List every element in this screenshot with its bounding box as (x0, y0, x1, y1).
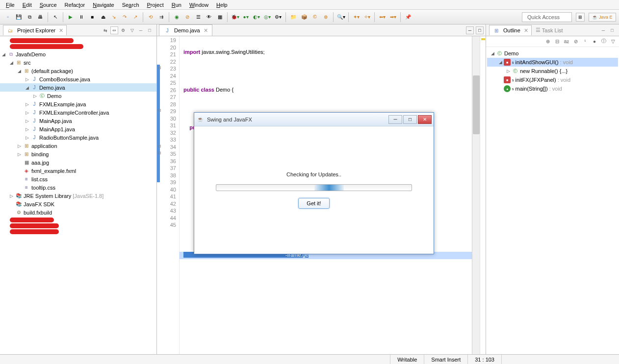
project-explorer-tab[interactable]: 🗂 Project Explorer ✕ (3, 25, 67, 35)
file-node[interactable]: MainApp.java (39, 118, 74, 124)
new-pkg-icon[interactable]: 📦 (299, 12, 309, 22)
file-node[interactable]: MainApp1.java (39, 126, 77, 132)
nav2-icon[interactable]: ✧▾ (362, 12, 372, 22)
resume-icon[interactable]: ▶ (66, 12, 76, 22)
outline-method[interactable]: initFX(JFXPanel) : void (516, 77, 571, 83)
dialog-titlebar[interactable]: ☕ Swing and JavaFX ─ □ ✕ (194, 113, 434, 126)
breakpoint-icon[interactable]: ◉ (172, 12, 181, 22)
jre-node[interactable]: JRE System Library [JavaSE-1.8] (24, 193, 105, 199)
file-demo-node[interactable]: Demo.java (39, 85, 67, 91)
hide-static-icon[interactable]: ˢ (581, 37, 589, 45)
menu-window[interactable]: Window (185, 1, 212, 9)
coverage-icon[interactable]: ◐▾ (252, 12, 261, 22)
link-editor-icon[interactable]: ⇔ (110, 26, 118, 34)
stop-icon[interactable]: ■ (87, 12, 97, 22)
menu-project[interactable]: Project (143, 1, 168, 9)
hide-local-icon[interactable]: ⓛ (600, 37, 608, 45)
outline-method[interactable]: main(String[]) : void (516, 86, 562, 92)
step-into-icon[interactable]: ↘ (109, 12, 119, 22)
close-tab-icon[interactable]: ✕ (524, 27, 528, 34)
file-node[interactable]: fxml_example.fxml (31, 168, 78, 174)
back-icon[interactable]: ⬅▾ (377, 12, 387, 22)
maximize-icon[interactable]: □ (608, 26, 616, 34)
file-node[interactable]: RadioButtonSample.java (39, 135, 101, 141)
view-menu-icon[interactable]: ▽ (128, 26, 136, 34)
save-icon[interactable]: 💾 (14, 12, 24, 22)
file-node[interactable]: FXMLExample.java (39, 101, 88, 107)
close-window-icon[interactable]: ✕ (418, 115, 432, 124)
hide-fields-icon[interactable]: ⊘ (572, 37, 580, 45)
run-icon[interactable]: ●▾ (241, 12, 251, 22)
toggle-icon[interactable]: ▦ (215, 12, 225, 22)
collapse-all-icon[interactable]: ⇆ (102, 26, 109, 34)
package-node[interactable]: application (31, 143, 59, 149)
focus-icon[interactable]: ⊕ (544, 37, 552, 45)
step-over-icon[interactable]: ↷ (120, 12, 129, 22)
class-node[interactable]: Demo (47, 93, 63, 99)
menu-search[interactable]: Search (118, 1, 143, 9)
tasklist-tab[interactable]: Task List (542, 27, 563, 33)
open-type-icon[interactable]: ⊕ (321, 12, 331, 22)
drop-frame-icon[interactable]: ⟲ (146, 12, 155, 22)
menu-file[interactable]: File (2, 1, 19, 9)
skip-bp-icon[interactable]: ⊘ (182, 12, 192, 22)
sort-icon[interactable]: ⊟ (553, 37, 561, 45)
run-last-icon[interactable]: ◎▾ (262, 12, 272, 22)
maximize-icon[interactable]: □ (146, 26, 154, 34)
menu-source[interactable]: Source (36, 1, 61, 9)
minimize-icon[interactable]: ─ (599, 26, 607, 34)
editor-tab-demo[interactable]: J Demo.java ✕ (159, 24, 212, 36)
hide-nonpublic-icon[interactable]: ● (591, 37, 598, 45)
expr-icon[interactable]: ☰ (193, 12, 203, 22)
menu-help[interactable]: Help (212, 1, 232, 9)
maximize-window-icon[interactable]: □ (403, 115, 417, 124)
package-node[interactable]: (default package) (31, 68, 75, 74)
outline-anon[interactable]: new Runnable() {...} (520, 68, 567, 74)
menu-edit[interactable]: Edit (19, 1, 36, 9)
view-menu-icon[interactable]: ▽ (609, 37, 617, 45)
outline-method[interactable]: initAndShowGUI() : void (516, 59, 573, 65)
build-node[interactable]: build.fxbuild (24, 210, 54, 216)
close-tab-icon[interactable]: ✕ (204, 27, 208, 34)
v-scrollbar[interactable] (472, 36, 480, 364)
fwd-icon[interactable]: ➡▾ (388, 12, 398, 22)
perspective-open-icon[interactable]: ⊞ (576, 13, 585, 22)
minimize-window-icon[interactable]: ─ (388, 115, 402, 124)
new-class-icon[interactable]: © (310, 12, 320, 22)
src-node[interactable]: src (24, 60, 33, 66)
file-node[interactable]: ComboBoxIssue.java (39, 76, 92, 82)
pointer-icon[interactable]: ↖ (51, 12, 60, 22)
get-it-button[interactable]: Get it! (298, 198, 329, 209)
perspective-java-icon[interactable]: ☕ Java E (589, 13, 616, 22)
nav-icon[interactable]: ✦▾ (351, 12, 361, 22)
sdk-node[interactable]: JavaFX SDK (24, 201, 56, 207)
new-proj-icon[interactable]: 📁 (288, 12, 298, 22)
file-node[interactable]: tooltip.css (31, 185, 57, 191)
outline-class[interactable]: Demo (504, 50, 518, 56)
outline-tab[interactable]: ⊞ Outline ✕ (489, 25, 532, 35)
file-node[interactable]: FXMLExampleController.java (39, 110, 111, 116)
debug-icon[interactable]: 🐞▾ (230, 12, 240, 22)
file-node[interactable]: aaa.jpg (31, 160, 51, 166)
pause-icon[interactable]: ⏸ (77, 12, 86, 22)
watch-icon[interactable]: 👁 (204, 12, 214, 22)
file-node[interactable]: list.css (31, 176, 50, 182)
menu-run[interactable]: Run (168, 1, 185, 9)
pin-icon[interactable]: 📌 (403, 12, 413, 22)
step-return-icon[interactable]: ↗ (130, 12, 140, 22)
step-filters-icon[interactable]: ⇉ (156, 12, 166, 22)
menu-navigate[interactable]: Navigate (89, 1, 118, 9)
new-icon[interactable]: ▫ (3, 12, 13, 22)
project-node[interactable]: JavafxDemo (16, 51, 48, 57)
quick-access-input[interactable]: Quick Access (522, 12, 572, 22)
package-node[interactable]: binding (31, 151, 51, 157)
maximize-icon[interactable]: □ (476, 26, 484, 34)
close-tab-icon[interactable]: ✕ (59, 27, 63, 34)
az-icon[interactable]: aᴢ (563, 37, 570, 45)
save-all-icon[interactable]: ⧉ (25, 12, 34, 22)
menu-refactor[interactable]: Refactor (61, 1, 89, 9)
disconnect-icon[interactable]: ⏏ (98, 12, 108, 22)
minimize-icon[interactable]: ─ (137, 26, 145, 34)
minimize-icon[interactable]: ─ (466, 26, 474, 34)
focus-task-icon[interactable]: ⚙ (119, 26, 127, 34)
